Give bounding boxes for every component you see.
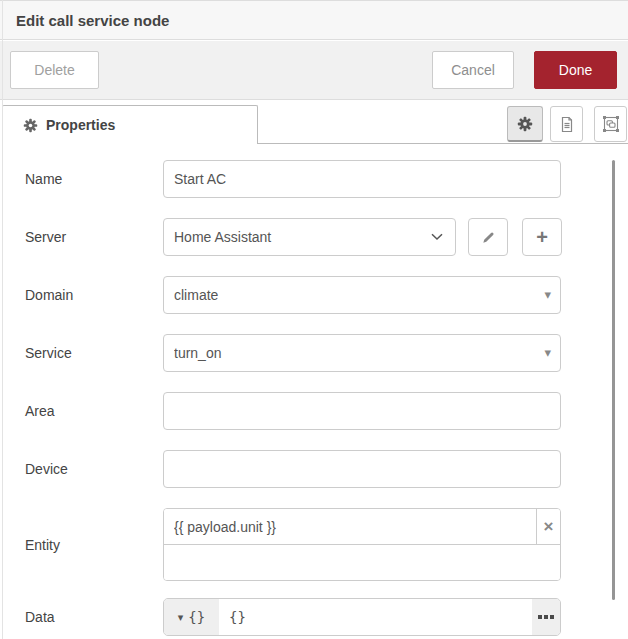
form-row-server: Server Home Assistant +: [25, 218, 628, 256]
appearance-tab-button[interactable]: [594, 106, 627, 142]
edit-call-service-node-dialog: Edit call service node Delete Cancel Don…: [0, 0, 628, 639]
form-row-service: Service ▾: [25, 334, 628, 372]
pencil-icon: [481, 230, 496, 245]
plus-icon: +: [536, 226, 548, 249]
device-label: Device: [25, 461, 163, 477]
dialog-title: Edit call service node: [0, 12, 169, 29]
description-tab-button[interactable]: [550, 106, 583, 142]
entity-list-item: ×: [164, 509, 560, 545]
service-label: Service: [25, 345, 163, 361]
toolbar-right-group: Cancel Done: [432, 51, 617, 89]
server-edit-button[interactable]: [468, 218, 508, 256]
appearance-frame-icon: [602, 115, 620, 133]
form-row-entity: Entity ×: [25, 508, 628, 581]
ellipsis-icon: [544, 615, 548, 619]
done-button[interactable]: Done: [534, 51, 617, 89]
form-row-area: Area: [25, 392, 628, 430]
entity-empty-row[interactable]: [164, 545, 560, 580]
server-select[interactable]: Home Assistant: [163, 218, 456, 256]
chevron-down-icon: [431, 233, 443, 241]
toolbar: Delete Cancel Done: [0, 41, 628, 100]
server-add-button[interactable]: +: [522, 218, 562, 256]
node-properties-tab-button[interactable]: [507, 106, 543, 142]
domain-label: Domain: [25, 287, 163, 303]
service-combo: ▾: [163, 334, 561, 372]
service-input[interactable]: [163, 334, 561, 372]
delete-button[interactable]: Delete: [10, 51, 99, 89]
server-select-value: Home Assistant: [174, 229, 271, 245]
ellipsis-icon: [538, 615, 542, 619]
form-row-device: Device: [25, 450, 628, 488]
json-type-icon: {}: [188, 609, 205, 625]
cancel-button[interactable]: Cancel: [432, 51, 514, 89]
form-row-domain: Domain ▾: [25, 276, 628, 314]
form-row-data: Data ▾ {}: [25, 598, 628, 636]
domain-input[interactable]: [163, 276, 561, 314]
tab-bar: Properties: [0, 100, 628, 144]
gear-icon: [23, 118, 38, 133]
ellipsis-icon: [550, 615, 554, 619]
tab-properties-label: Properties: [46, 117, 115, 133]
data-typed-input: ▾ {}: [163, 598, 561, 636]
document-icon: [559, 116, 575, 133]
tab-properties[interactable]: Properties: [2, 105, 258, 144]
data-label: Data: [25, 609, 163, 625]
close-icon: ×: [544, 517, 554, 536]
scrollbar-thumb[interactable]: [612, 160, 615, 600]
server-label: Server: [25, 229, 163, 245]
data-input[interactable]: [219, 599, 532, 635]
caret-down-icon: ▾: [178, 611, 184, 624]
entity-remove-button[interactable]: ×: [536, 509, 560, 544]
properties-form: Name Server Home Assistant: [0, 144, 628, 639]
entity-label: Entity: [25, 537, 163, 553]
entity-input[interactable]: [164, 509, 536, 544]
entity-list: ×: [163, 508, 561, 581]
gear-icon: [517, 116, 533, 132]
name-label: Name: [25, 171, 163, 187]
area-label: Area: [25, 403, 163, 419]
form-row-name: Name: [25, 160, 628, 198]
data-type-button[interactable]: ▾ {}: [164, 599, 219, 635]
data-expand-button[interactable]: [532, 599, 560, 635]
domain-combo: ▾: [163, 276, 561, 314]
dialog-header: Edit call service node: [0, 0, 628, 40]
area-input[interactable]: [163, 392, 561, 430]
dialog-left-border: [2, 0, 3, 639]
name-input[interactable]: [163, 160, 561, 198]
device-input[interactable]: [163, 450, 561, 488]
